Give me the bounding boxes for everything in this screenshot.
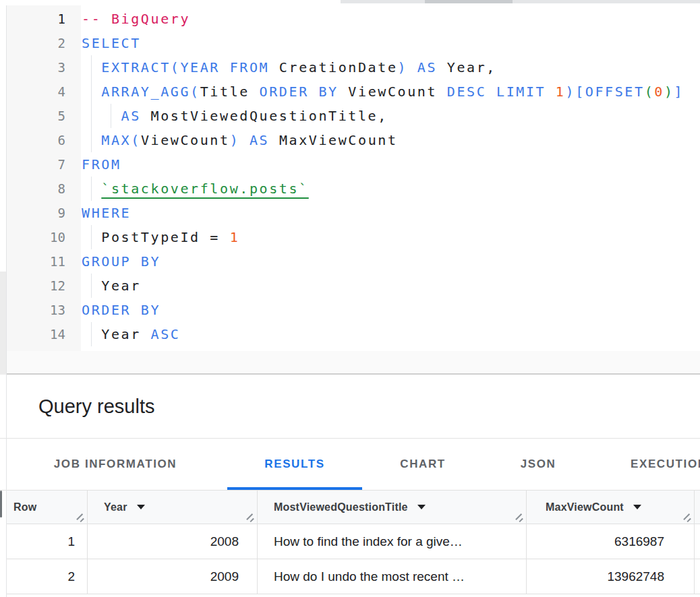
- left-scrollbar-track: [0, 272, 6, 375]
- editor-line[interactable]: 14 Year ASC: [0, 322, 700, 346]
- code-line-text: AS MostViewedQuestionTitle,: [82, 108, 388, 124]
- horizontal-scrollbar-track[interactable]: [341, 0, 700, 3]
- token-plain: MostViewedQuestionTitle,: [151, 108, 388, 124]
- table-cell: 13962748: [527, 559, 695, 594]
- code-line-text: `stackoverflow.posts`: [82, 181, 309, 197]
- token-kw: ORDER BY: [82, 302, 161, 318]
- token-plain: PostTypeId =: [101, 229, 229, 245]
- line-number: 3: [6, 60, 81, 75]
- column-menu-arrow-icon[interactable]: [417, 505, 426, 509]
- token-kw: WHERE: [82, 205, 131, 221]
- line-number: 14: [6, 327, 81, 342]
- table-cell: 2008: [88, 524, 258, 559]
- token-plain: [82, 326, 101, 342]
- row-filler: [695, 559, 700, 594]
- code-line-text: SELECT: [82, 35, 141, 51]
- panel-divider: [6, 5, 7, 597]
- token-plain: Year: [101, 326, 150, 342]
- line-number: 6: [6, 133, 81, 148]
- line-number: 8: [6, 181, 81, 196]
- column-header-year[interactable]: Year: [88, 491, 258, 524]
- horizontal-scrollbar-thumb[interactable]: [425, 0, 513, 3]
- editor-line[interactable]: 12 Year: [0, 274, 700, 298]
- editor-line[interactable]: 5 AS MostViewedQuestionTitle,: [0, 104, 700, 128]
- column-header-row: Row: [7, 491, 88, 524]
- column-resize-handle-icon[interactable]: [682, 512, 692, 522]
- code-lines: 1-- BigQuery2SELECT3 EXTRACT(YEAR FROM C…: [0, 7, 700, 346]
- column-menu-arrow-icon[interactable]: [633, 505, 641, 509]
- column-resize-handle-icon[interactable]: [514, 512, 524, 522]
- token-plain: Year,: [447, 59, 496, 75]
- row-filler: [695, 524, 700, 559]
- token-green: ): [664, 84, 674, 100]
- vertical-scrollbar-thumb[interactable]: [0, 491, 2, 517]
- editor-line[interactable]: 11GROUP BY: [0, 249, 700, 274]
- line-number: 11: [6, 254, 81, 269]
- tab-results[interactable]: RESULTS: [264, 439, 324, 490]
- token-kw: ASC: [151, 326, 181, 342]
- editor-line[interactable]: 2SELECT: [0, 31, 700, 55]
- table-header-row: RowYearMostViewedQuestionTitleMaxViewCou…: [7, 491, 700, 524]
- line-number: 10: [6, 230, 81, 245]
- code-line-text: ORDER BY: [82, 302, 161, 318]
- line-number: 12: [6, 278, 81, 293]
- token-kw: ) AS: [230, 132, 279, 148]
- editor-line[interactable]: 9WHERE: [0, 201, 700, 225]
- line-number: 13: [6, 303, 81, 317]
- column-header-mostviewedquestiontitle[interactable]: MostViewedQuestionTitle: [258, 491, 527, 524]
- code-line-text: FROM: [82, 156, 121, 172]
- line-number: 4: [6, 84, 81, 99]
- editor-line[interactable]: 3 EXTRACT(YEAR FROM CreationDate) AS Yea…: [0, 55, 700, 80]
- token-plain: ViewCount: [348, 84, 446, 100]
- indent-guide: [111, 104, 111, 128]
- editor-line[interactable]: 13ORDER BY: [0, 298, 700, 322]
- token-plain: CreationDate: [279, 59, 398, 75]
- column-resize-handle-icon[interactable]: [75, 512, 85, 522]
- token-plain: [82, 59, 101, 75]
- line-number: 9: [6, 206, 81, 220]
- page-title: Query results: [38, 375, 154, 438]
- table-cell: 2: [7, 559, 88, 594]
- token-plain: [82, 108, 121, 124]
- tab-job-information[interactable]: JOB INFORMATION: [54, 439, 177, 490]
- token-kw: GROUP BY: [82, 253, 161, 270]
- table-reference-link[interactable]: `stackoverflow.posts`: [101, 181, 308, 197]
- indent-guide: [91, 177, 92, 201]
- tab-json[interactable]: JSON: [521, 439, 556, 490]
- column-header-maxviewcount[interactable]: MaxViewCount: [527, 491, 695, 524]
- results-table: RowYearMostViewedQuestionTitleMaxViewCou…: [7, 491, 700, 597]
- token-comment: -- BigQuery: [82, 11, 190, 27]
- editor-line[interactable]: 1-- BigQuery: [0, 7, 700, 31]
- indent-guide: [91, 322, 92, 346]
- editor-line[interactable]: 7FROM: [0, 152, 700, 177]
- column-resize-handle-icon[interactable]: [245, 512, 255, 522]
- table-row: 22009How do I undo the most recent …1396…: [7, 559, 700, 594]
- editor-line[interactable]: 6 MAX(ViewCount) AS MaxViewCount: [0, 128, 700, 152]
- token-plain: Year: [101, 278, 141, 294]
- editor-line[interactable]: 10 PostTypeId = 1: [0, 225, 700, 249]
- table-cell: How do I undo the most recent …: [258, 559, 527, 594]
- token-kw: ORDER BY: [260, 84, 349, 100]
- line-number: 5: [6, 108, 81, 123]
- code-line-text: Year ASC: [82, 326, 180, 342]
- token-plain: [82, 84, 101, 100]
- token-kw: ]: [674, 84, 684, 100]
- table-cell: How to find the index for a give…: [258, 524, 527, 559]
- editor-line[interactable]: 4 ARRAY_AGG(Title ORDER BY ViewCount DES…: [0, 80, 700, 104]
- tab-execution-details[interactable]: EXECUTION DETAILS: [631, 439, 700, 490]
- editor-line[interactable]: 8 `stackoverflow.posts`: [0, 177, 700, 201]
- sql-editor[interactable]: 1-- BigQuery2SELECT3 EXTRACT(YEAR FROM C…: [0, 5, 700, 351]
- column-menu-arrow-icon[interactable]: [137, 505, 145, 509]
- token-plain: [82, 278, 101, 294]
- table-cell: 6316987: [527, 524, 695, 559]
- token-plain: [82, 132, 101, 148]
- token-kw: DESC LIMIT: [447, 84, 556, 100]
- code-line-text: ARRAY_AGG(Title ORDER BY ViewCount DESC …: [82, 84, 684, 100]
- query-results-header: Query results: [0, 375, 700, 439]
- indent-guide: [91, 104, 92, 128]
- code-line-text: -- BigQuery: [82, 11, 190, 27]
- tab-chart[interactable]: CHART: [400, 439, 446, 490]
- code-line-text: PostTypeId = 1: [82, 229, 239, 245]
- indent-guide: [91, 274, 92, 298]
- token-plain: Title: [200, 84, 260, 100]
